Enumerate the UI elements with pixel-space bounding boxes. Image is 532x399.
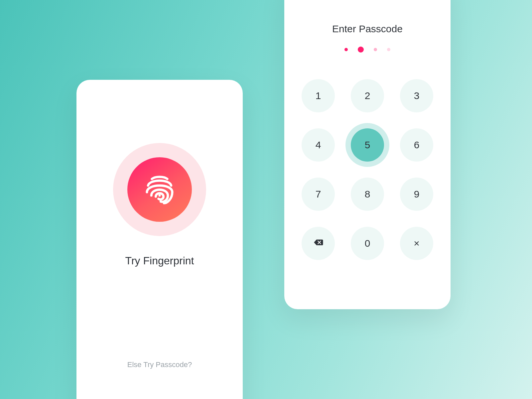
keypad-key-6[interactable]: 6 xyxy=(400,128,433,162)
fingerprint-button[interactable] xyxy=(127,157,192,222)
fingerprint-button-halo xyxy=(113,143,206,236)
passcode-dot xyxy=(358,47,364,53)
keypad-key-8[interactable]: 8 xyxy=(351,178,384,211)
passcode-dot xyxy=(374,48,377,51)
keypad-key-1[interactable]: 1 xyxy=(302,79,335,112)
keypad-key-7[interactable]: 7 xyxy=(302,178,335,211)
keypad: 1 2 3 4 5 6 7 8 9 0 × xyxy=(302,79,433,260)
try-passcode-link[interactable]: Else Try Passcode? xyxy=(76,360,243,369)
keypad-key-5[interactable]: 5 xyxy=(351,128,384,162)
close-icon: × xyxy=(414,238,420,249)
fingerprint-title: Try Fingerprint xyxy=(125,255,194,267)
keypad-key-0[interactable]: 0 xyxy=(351,227,384,260)
keypad-key-4[interactable]: 4 xyxy=(302,128,335,162)
backspace-icon xyxy=(313,237,324,250)
passcode-progress-dots xyxy=(344,47,390,53)
keypad-key-backspace[interactable] xyxy=(302,227,335,260)
fingerprint-icon xyxy=(142,171,177,208)
passcode-title: Enter Passcode xyxy=(332,23,403,35)
keypad-key-2[interactable]: 2 xyxy=(351,79,384,112)
passcode-dot xyxy=(387,48,390,51)
fingerprint-screen: Try Fingerprint Else Try Passcode? xyxy=(76,80,243,399)
keypad-key-cancel[interactable]: × xyxy=(400,227,433,260)
passcode-screen: Enter Passcode 1 2 3 4 5 6 7 8 9 0 × xyxy=(284,0,451,309)
keypad-key-9[interactable]: 9 xyxy=(400,178,433,211)
keypad-key-3[interactable]: 3 xyxy=(400,79,433,112)
passcode-dot xyxy=(344,48,348,51)
